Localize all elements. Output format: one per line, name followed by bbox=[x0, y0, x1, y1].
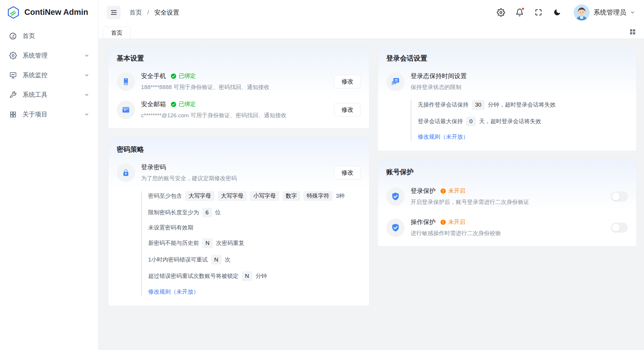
login-password-info: 登录密码 为了您的账号安全，建议定期修改密码 bbox=[141, 163, 334, 182]
breadcrumb-current: 安全设置 bbox=[154, 8, 179, 17]
avatar bbox=[574, 4, 590, 20]
chevron-down-icon bbox=[84, 112, 89, 117]
sidebar-item-home[interactable]: 首页 bbox=[4, 28, 95, 44]
rule-text: 超过错误密码重试次数账号将被锁定 bbox=[148, 273, 238, 280]
exclamation-circle-icon bbox=[440, 219, 446, 225]
page-content: 基本设置 安全手机 bbox=[99, 39, 644, 350]
item-desc: 开启登录保护后，账号登录需进行二次身份验证 bbox=[411, 198, 611, 206]
wrench-icon bbox=[9, 91, 17, 99]
tab-label: 首页 bbox=[111, 29, 122, 37]
item-title: 安全手机 bbox=[141, 72, 166, 80]
sidebar: ContiNew Admin 首页 bbox=[0, 0, 99, 350]
sidebar-item-label: 关于项目 bbox=[23, 110, 84, 118]
rule-max-keep: 登录会话最大保持 0 天，超时登录会话将失效 bbox=[418, 117, 628, 126]
chat-icon bbox=[386, 72, 405, 91]
item-desc: 为了您的账号安全，建议定期修改密码 bbox=[141, 175, 334, 182]
operation-protection-toggle[interactable] bbox=[611, 223, 628, 233]
moon-dark-mode-icon[interactable] bbox=[553, 8, 561, 17]
not-enabled-badge: 未开启 bbox=[440, 187, 465, 195]
item-title: 登录保护 bbox=[411, 187, 436, 195]
rule-text: 位 bbox=[215, 209, 221, 216]
breadcrumb: 首页 / 安全设置 bbox=[129, 8, 179, 17]
chevron-down-icon bbox=[630, 10, 635, 15]
sidebar-item-label: 首页 bbox=[23, 32, 89, 40]
rule-text: 天，超时登录会话将失效 bbox=[479, 118, 541, 125]
apps-icon bbox=[9, 110, 17, 118]
value-box: 30 bbox=[472, 100, 485, 110]
rule-text: 限制密码长度至少为 bbox=[148, 209, 199, 216]
security-email-info: 安全邮箱 已绑定 c********@126.com可用于身份验证、密码找回、通… bbox=[141, 100, 334, 119]
topbar-actions: 系统管理员 bbox=[496, 4, 635, 20]
sidebar-item-about[interactable]: 关于项目 bbox=[4, 106, 95, 123]
login-protection-info: 登录保护 未开启 开启登录保护后，账号登录需进行二次身份验证 bbox=[411, 187, 611, 206]
app-title: ContiNew Admin bbox=[24, 8, 88, 17]
sidebar-item-system-tools[interactable]: 系统工具 bbox=[4, 86, 95, 103]
mail-icon bbox=[117, 101, 135, 119]
topbar: 首页 / 安全设置 bbox=[99, 0, 644, 25]
sidebar-collapse-button[interactable] bbox=[107, 6, 121, 19]
left-column: 基本设置 安全手机 bbox=[108, 46, 369, 350]
notification-dot bbox=[521, 7, 525, 10]
check-circle-icon bbox=[170, 73, 177, 79]
right-column: 登录会话设置 登录态保持时间设置 bbox=[378, 46, 637, 350]
session-keep-row: 登录态保持时间设置 保持登录状态的限制 bbox=[386, 72, 628, 91]
card-account-protection: 账号保护 登录保护 bbox=[378, 159, 637, 246]
value-box: 0 bbox=[466, 117, 476, 126]
rule-text: 次 bbox=[225, 256, 230, 264]
card-basic-settings: 基本设置 安全手机 bbox=[108, 46, 369, 129]
modify-rules-link[interactable]: 修改规则（未开放） bbox=[148, 288, 199, 296]
sidebar-item-system-management[interactable]: 系统管理 bbox=[4, 47, 95, 64]
monitor-icon bbox=[9, 71, 17, 79]
toggle-knob bbox=[612, 193, 620, 200]
sidebar-item-label: 系统管理 bbox=[23, 51, 84, 60]
item-desc: 进行敏感操作时需进行二次身份校验 bbox=[411, 229, 611, 237]
modify-phone-button[interactable]: 修改 bbox=[334, 75, 361, 88]
security-email-row: 安全邮箱 已绑定 c********@126.com可用于身份验证、密码找回、通… bbox=[117, 100, 361, 119]
masked-email: c********@126.com bbox=[141, 112, 189, 118]
modify-rules-link[interactable]: 修改规则（未开放） bbox=[418, 133, 469, 141]
operation-protection-row: 操作保护 未开启 进行敏感操作时需进行二次身份校验 bbox=[386, 218, 628, 237]
badge-label: 未开启 bbox=[448, 187, 465, 195]
value-box: N bbox=[242, 271, 252, 281]
sidebar-item-system-monitor[interactable]: 系统监控 bbox=[4, 67, 95, 83]
login-password-row: 登录密码 为了您的账号安全，建议定期修改密码 修改 bbox=[117, 163, 361, 182]
bell-icon[interactable] bbox=[515, 8, 524, 17]
tab-grid-menu-icon[interactable] bbox=[629, 28, 636, 35]
tabbar: 首页 bbox=[99, 25, 644, 39]
item-title: 登录态保持时间设置 bbox=[411, 72, 467, 80]
item-title: 安全邮箱 bbox=[141, 100, 166, 108]
modify-email-button[interactable]: 修改 bbox=[334, 103, 361, 117]
rule-text: 3种 bbox=[336, 192, 345, 200]
rule-lock: 超过错误密码重试次数账号将被锁定 N 分钟 bbox=[148, 271, 361, 281]
item-title: 操作保护 bbox=[411, 218, 436, 226]
user-menu[interactable]: 系统管理员 bbox=[574, 4, 635, 20]
value-box: N bbox=[202, 238, 213, 248]
rule-text: 分钟，超时登录会话将失效 bbox=[488, 101, 556, 109]
security-phone-info: 安全手机 已绑定 188****8888可用于身份验证、密码找回、通知接收 bbox=[141, 72, 334, 91]
tab-home[interactable]: 首页 bbox=[103, 27, 131, 39]
modify-password-button[interactable]: 修改 bbox=[334, 166, 361, 180]
item-desc: 保持登录状态的限制 bbox=[411, 83, 628, 91]
rule-text: 密码至少包含 bbox=[148, 192, 182, 200]
menu-fold-icon bbox=[110, 9, 118, 16]
logo[interactable]: ContiNew Admin bbox=[0, 0, 98, 25]
card-title: 基本设置 bbox=[117, 54, 361, 63]
rule-text: 未设置密码有效期 bbox=[148, 224, 193, 232]
not-enabled-badge: 未开启 bbox=[440, 218, 465, 226]
badge-label: 已绑定 bbox=[179, 100, 196, 108]
badge-label: 未开启 bbox=[448, 218, 465, 226]
masked-phone: 188****8888 bbox=[141, 84, 172, 90]
tag-uppercase: 大写字母 bbox=[185, 191, 214, 201]
dashboard-icon bbox=[9, 32, 17, 40]
breadcrumb-separator: / bbox=[147, 9, 149, 16]
card-session-settings: 登录会话设置 登录态保持时间设置 bbox=[378, 46, 637, 151]
desc-text: 可用于身份验证、密码找回、通知接收 bbox=[191, 112, 287, 118]
settings-gear-icon[interactable] bbox=[496, 8, 505, 17]
rule-expire: 未设置密码有效期 bbox=[148, 224, 361, 232]
breadcrumb-home[interactable]: 首页 bbox=[129, 8, 142, 17]
login-protection-toggle[interactable] bbox=[611, 191, 628, 202]
rule-text: 分钟 bbox=[256, 273, 267, 280]
fullscreen-icon[interactable] bbox=[534, 8, 543, 17]
toggle-knob bbox=[612, 224, 620, 232]
shield-icon bbox=[386, 218, 405, 237]
